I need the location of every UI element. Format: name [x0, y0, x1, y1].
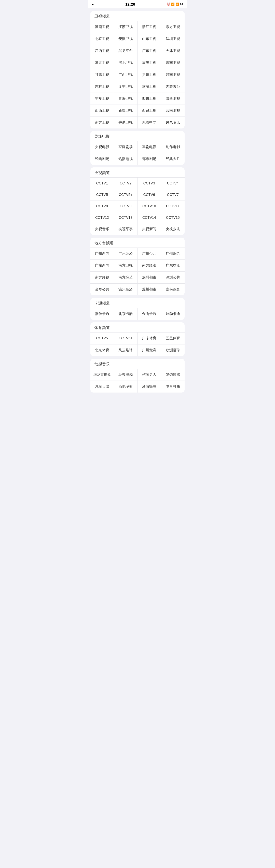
channel-cell[interactable]: 家庭剧场 [114, 141, 138, 153]
channel-cell[interactable]: 西藏卫视 [138, 105, 161, 117]
channel-cell[interactable]: 南方经济 [138, 260, 161, 272]
channel-cell[interactable]: 北京卫视 [90, 33, 114, 45]
channel-cell[interactable]: 云南卫视 [161, 105, 185, 117]
channel-cell[interactable]: 吉林卫视 [90, 81, 114, 93]
channel-cell[interactable]: 湖北卫视 [90, 57, 114, 69]
channel-cell[interactable]: 南方卫视 [90, 117, 114, 128]
channel-cell[interactable]: 南方影视 [90, 272, 114, 284]
channel-cell[interactable]: 温州经济 [114, 284, 138, 296]
channel-cell[interactable]: CCTV2 [114, 178, 138, 189]
channel-cell[interactable]: 江西卫视 [90, 45, 114, 57]
channel-cell[interactable]: 温州都市 [138, 284, 161, 296]
channel-cell[interactable]: 陕西卫视 [161, 93, 185, 105]
channel-cell[interactable]: 甘肃卫视 [90, 69, 114, 81]
channel-cell[interactable]: 五星体育 [161, 333, 185, 344]
channel-cell[interactable]: CCTV10 [138, 200, 161, 212]
channel-cell[interactable]: 河北卫视 [114, 57, 138, 69]
channel-cell[interactable]: 深圳公共 [161, 272, 185, 284]
channel-cell[interactable]: 东南卫视 [161, 57, 185, 69]
channel-cell[interactable]: 广州竞赛 [138, 344, 161, 356]
channel-cell[interactable]: 央视少儿 [161, 223, 185, 235]
channel-cell[interactable]: 黑龙江台 [114, 45, 138, 57]
channel-cell[interactable]: 广东新闻 [90, 260, 114, 272]
channel-cell[interactable]: 经典大片 [161, 153, 185, 165]
channel-cell[interactable]: 浙江卫视 [138, 21, 161, 33]
channel-cell[interactable]: 伤感男人 [138, 369, 161, 381]
channel-cell[interactable]: 新疆卫视 [114, 105, 138, 117]
channel-cell[interactable]: CCTV15 [161, 212, 185, 223]
channel-cell[interactable]: 央视军事 [114, 223, 138, 235]
channel-cell[interactable]: 经典串烧 [114, 369, 138, 381]
channel-cell[interactable]: 激情舞曲 [138, 381, 161, 393]
channel-cell[interactable]: 辽宁卫视 [114, 81, 138, 93]
channel-cell[interactable]: CCTV6 [138, 189, 161, 200]
channel-cell[interactable]: 华龙直播盒 [90, 369, 114, 381]
channel-cell[interactable]: CCTV11 [161, 200, 185, 212]
channel-cell[interactable]: 广州新闻 [90, 248, 114, 260]
channel-cell[interactable]: 贵州卫视 [138, 69, 161, 81]
channel-cell[interactable]: 发烧慢摇 [161, 369, 185, 381]
channel-cell[interactable]: CCTV5 [90, 333, 114, 344]
channel-cell[interactable]: CCTV14 [138, 212, 161, 223]
channel-cell[interactable]: CCTV5+ [114, 189, 138, 200]
channel-cell[interactable]: 金鹰卡通 [138, 308, 161, 320]
channel-cell[interactable]: 东方卫视 [161, 21, 185, 33]
channel-cell[interactable]: 广东卫视 [138, 45, 161, 57]
channel-cell[interactable]: 四川卫视 [138, 93, 161, 105]
channel-cell[interactable]: 经典剧场 [90, 153, 114, 165]
channel-cell[interactable]: 央视新闻 [138, 223, 161, 235]
channel-cell[interactable]: 深圳都市 [138, 272, 161, 284]
channel-cell[interactable]: 喜剧电影 [138, 141, 161, 153]
channel-cell[interactable]: 广州综合 [161, 248, 185, 260]
channel-cell[interactable]: CCTV9 [114, 200, 138, 212]
channel-cell[interactable]: 旅游卫视 [138, 81, 161, 93]
channel-cell[interactable]: 北京体育 [90, 344, 114, 356]
channel-cell[interactable]: 金华公共 [90, 284, 114, 296]
channel-cell[interactable]: 深圳卫视 [161, 33, 185, 45]
channel-cell[interactable]: 电音舞曲 [161, 381, 185, 393]
channel-cell[interactable]: CCTV3 [138, 178, 161, 189]
channel-cell[interactable]: 河南卫视 [161, 69, 185, 81]
channel-cell[interactable]: CCTV12 [90, 212, 114, 223]
channel-cell[interactable]: CCTV5+ [114, 333, 138, 344]
channel-cell[interactable]: 内蒙古台 [161, 81, 185, 93]
channel-cell[interactable]: 炫动卡通 [161, 308, 185, 320]
channel-cell[interactable]: 热播电视 [114, 153, 138, 165]
channel-cell[interactable]: 重庆卫视 [138, 57, 161, 69]
channel-cell[interactable]: 嘉佳卡通 [90, 308, 114, 320]
channel-cell[interactable]: CCTV7 [161, 189, 185, 200]
channel-cell[interactable]: 都市剧场 [138, 153, 161, 165]
channel-cell[interactable]: 央视电影 [90, 141, 114, 153]
channel-cell[interactable]: 青海卫视 [114, 93, 138, 105]
channel-cell[interactable]: CCTV5 [90, 189, 114, 200]
channel-cell[interactable]: 广东珠江 [161, 260, 185, 272]
channel-cell[interactable]: 广州经济 [114, 248, 138, 260]
channel-cell[interactable]: CCTV4 [161, 178, 185, 189]
channel-cell[interactable]: 天津卫视 [161, 45, 185, 57]
channel-cell[interactable]: CCTV13 [114, 212, 138, 223]
channel-cell[interactable]: 江苏卫视 [114, 21, 138, 33]
channel-cell[interactable]: 凤凰中文 [138, 117, 161, 128]
channel-cell[interactable]: 汽车大碟 [90, 381, 114, 393]
channel-cell[interactable]: CCTV8 [90, 200, 114, 212]
channel-cell[interactable]: 央视音乐 [90, 223, 114, 235]
channel-cell[interactable]: 安徽卫视 [114, 33, 138, 45]
channel-cell[interactable]: 广东体育 [138, 333, 161, 344]
channel-cell[interactable]: 广西卫视 [114, 69, 138, 81]
channel-cell[interactable]: 山西卫视 [90, 105, 114, 117]
channel-cell[interactable]: 欧洲足球 [161, 344, 185, 356]
channel-cell[interactable]: 南方卫视 [114, 260, 138, 272]
channel-cell[interactable]: 山东卫视 [138, 33, 161, 45]
channel-cell[interactable]: 南方综艺 [114, 272, 138, 284]
channel-cell[interactable]: 动作电影 [161, 141, 185, 153]
channel-cell[interactable]: 风云足球 [114, 344, 138, 356]
channel-cell[interactable]: 酒吧慢摇 [114, 381, 138, 393]
channel-cell[interactable]: 香港卫视 [114, 117, 138, 128]
channel-cell[interactable]: 广州少儿 [138, 248, 161, 260]
channel-cell[interactable]: 嘉兴综合 [161, 284, 185, 296]
channel-cell[interactable]: 凤凰资讯 [161, 117, 185, 128]
channel-cell[interactable]: 宁夏卫视 [90, 93, 114, 105]
channel-cell[interactable]: CCTV1 [90, 178, 114, 189]
channel-cell[interactable]: 北京卡酷 [114, 308, 138, 320]
channel-cell[interactable]: 湖南卫视 [90, 21, 114, 33]
